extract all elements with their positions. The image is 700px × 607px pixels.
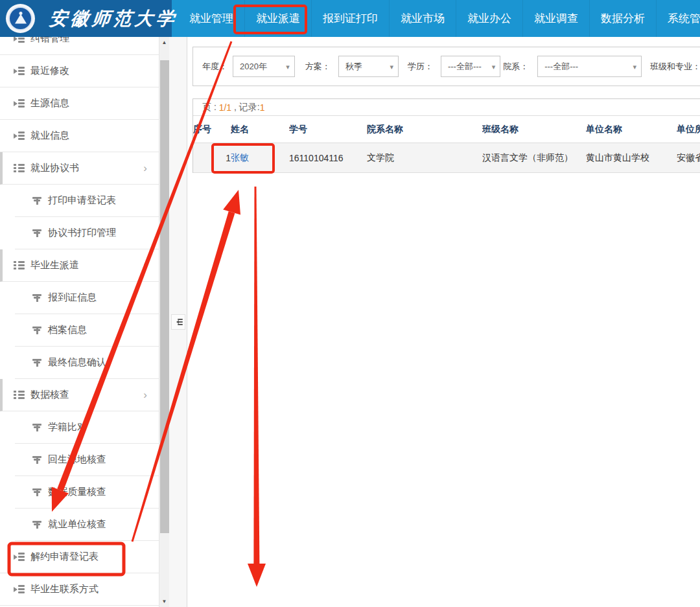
- table-header-row: 序号 姓名 学号 院系名称 班级名称 单位名称 单位所: [193, 116, 700, 143]
- record-count: 1: [260, 102, 265, 113]
- signpost-icon: [32, 423, 42, 431]
- degree-label: 学历：: [408, 61, 433, 73]
- pagination-info: 页 : 1/1 , 记录:1: [193, 99, 700, 116]
- signpost-icon: [32, 229, 42, 237]
- cell-name: 张敏: [231, 143, 289, 173]
- col-employer: 单位名称: [586, 116, 677, 143]
- indent-list-icon: [14, 67, 25, 75]
- col-name: 姓名: [231, 116, 289, 143]
- plan-label: 方案：: [305, 61, 331, 73]
- top-bar: 安徽师范大学 就业管理 就业派遣 报到证打印 就业市场 就业办公 就业调查 数据…: [0, 0, 700, 37]
- collapse-sidebar-button[interactable]: [171, 314, 185, 330]
- sidebar-item-student-status-compare[interactable]: 学籍比对: [15, 411, 159, 444]
- collapse-sidebar-icon: [174, 319, 183, 326]
- sidebar-item-recent-changes[interactable]: 最近修改: [0, 55, 159, 87]
- students-table: 序号 姓名 学号 院系名称 班级名称 单位名称 单位所 1 张敏 1611010…: [193, 116, 700, 173]
- page-number: 1/1: [219, 102, 231, 113]
- sidebar-item-employment-info[interactable]: 就业信息: [0, 120, 159, 152]
- department-select[interactable]: ---全部---: [537, 56, 642, 77]
- indent-list-icon: [14, 132, 25, 140]
- scroll-up-icon[interactable]: ▲: [159, 37, 169, 48]
- chevron-down-icon: [286, 63, 290, 70]
- plan-select[interactable]: 秋季: [338, 56, 399, 77]
- main-nav: 就业管理 就业派遣 报到证打印 就业市场 就业办公 就业调查 数据分析 系统管理: [172, 0, 700, 37]
- sidebar-item-data-quality-check[interactable]: 数据质量核查: [15, 476, 159, 509]
- col-seq: 序号: [193, 116, 231, 143]
- cell-seq: 1: [193, 143, 231, 173]
- signpost-icon: [32, 196, 42, 205]
- student-name-link[interactable]: 张敏: [231, 152, 249, 163]
- col-class: 班级名称: [482, 116, 586, 143]
- sidebar-item-registration-card-info[interactable]: 报到证信息: [15, 282, 159, 314]
- sidebar-item-employer-check[interactable]: 就业单位核查: [15, 509, 159, 541]
- chevron-right-icon: ›: [143, 389, 147, 400]
- nav-data-analysis[interactable]: 数据分析: [589, 0, 656, 37]
- sidebar-item-graduate-dispatch[interactable]: 毕业生派遣 ›: [0, 249, 159, 282]
- nav-employment-survey[interactable]: 就业调查: [522, 0, 589, 37]
- sidebar-item-termination-application-form[interactable]: 解约申请登记表: [0, 541, 159, 573]
- signpost-icon: [32, 520, 42, 529]
- university-seal-icon: [8, 6, 32, 30]
- degree-select[interactable]: ---全部---: [441, 56, 500, 77]
- chevron-right-icon: ›: [143, 260, 147, 271]
- scrollbar-thumb[interactable]: [160, 60, 169, 533]
- signpost-icon: [32, 326, 42, 334]
- table-row: 1 张敏 16110104116 文学院 汉语言文学（非师范） 黄山市黄山学校 …: [193, 143, 700, 173]
- sidebar-item-origin-info[interactable]: 生源信息: [0, 87, 159, 120]
- logo-strip: 安徽师范大学: [0, 0, 172, 37]
- department-label: 院系：: [503, 61, 528, 73]
- filter-panel: 年度： 2020年 方案： 秋季 学历： ---全部--- 院系： ---全部-…: [192, 47, 700, 86]
- sidebar: 纠错管理 最近修改 生源信息 就业信息 就业协议书 › 打印申请登记表 协议书打…: [0, 37, 159, 607]
- nav-employment-management[interactable]: 就业管理: [178, 0, 244, 37]
- col-student-id: 学号: [289, 116, 367, 143]
- signpost-icon: [32, 358, 42, 367]
- signpost-icon: [32, 488, 42, 496]
- indent-list-icon: [14, 585, 25, 593]
- nav-job-market[interactable]: 就业市场: [389, 0, 456, 37]
- indent-list-icon: [14, 553, 25, 561]
- indent-list-icon: [14, 99, 25, 108]
- sidebar-item-graduate-contact[interactable]: 毕业生联系方式: [0, 573, 159, 606]
- university-name: 安徽师范大学: [48, 6, 179, 31]
- sidebar-item-error-correction[interactable]: 纠错管理: [0, 37, 159, 55]
- chevron-down-icon: [633, 63, 636, 70]
- cell-class: 汉语言文学（非师范）: [482, 143, 586, 173]
- col-department: 院系名称: [367, 116, 482, 143]
- sidebar-scrollbar: ▲ ▼: [159, 37, 169, 607]
- cell-location: 安徽省: [677, 143, 700, 173]
- nav-system-management[interactable]: 系统管理: [656, 0, 700, 37]
- nav-employment-office[interactable]: 就业办公: [456, 0, 522, 37]
- scroll-down-icon[interactable]: ▼: [159, 596, 169, 607]
- sidebar-item-agreement-print-management[interactable]: 协议书打印管理: [15, 217, 159, 249]
- list-icon: [14, 164, 25, 172]
- chevron-down-icon: [492, 63, 496, 70]
- chevron-down-icon: [390, 63, 393, 70]
- nav-registration-card-print[interactable]: 报到证打印: [311, 0, 389, 37]
- sidebar-gutter: [169, 37, 187, 607]
- list-icon: [14, 261, 25, 269]
- sidebar-item-employment-agreement[interactable]: 就业协议书 ›: [0, 152, 159, 185]
- year-label: 年度：: [202, 61, 228, 73]
- list-icon: [14, 391, 25, 399]
- app-window: 安徽师范大学 就业管理 就业派遣 报到证打印 就业市场 就业办公 就业调查 数据…: [0, 0, 700, 607]
- university-logo: [6, 4, 35, 33]
- signpost-icon: [32, 455, 42, 464]
- sidebar-item-origin-return-check[interactable]: 回生源地核查: [15, 444, 159, 476]
- nav-employment-dispatch[interactable]: 就业派遣: [244, 0, 311, 37]
- col-location: 单位所: [677, 116, 700, 143]
- sidebar-item-print-application-form[interactable]: 打印申请登记表: [15, 185, 159, 217]
- cell-student-id: 16110104116: [289, 143, 367, 173]
- sidebar-item-data-check[interactable]: 数据核查 ›: [0, 379, 159, 411]
- year-select[interactable]: 2020年: [233, 56, 295, 77]
- class-major-label: 班级和专业：: [650, 61, 700, 73]
- chevron-right-icon: ›: [143, 163, 147, 174]
- sidebar-item-archive-info[interactable]: 档案信息: [15, 314, 159, 347]
- results-panel: 页 : 1/1 , 记录:1 序号 姓名 学号 院系名称 班级名称 单位名称 单…: [192, 98, 700, 173]
- sidebar-item-final-info-confirm[interactable]: 最终信息确认: [15, 347, 159, 379]
- main-content: 年度： 2020年 方案： 秋季 学历： ---全部--- 院系： ---全部-…: [187, 37, 700, 607]
- cell-employer: 黄山市黄山学校: [586, 143, 677, 173]
- signpost-icon: [32, 293, 42, 302]
- indent-list-icon: [14, 37, 25, 43]
- cell-department: 文学院: [367, 143, 482, 173]
